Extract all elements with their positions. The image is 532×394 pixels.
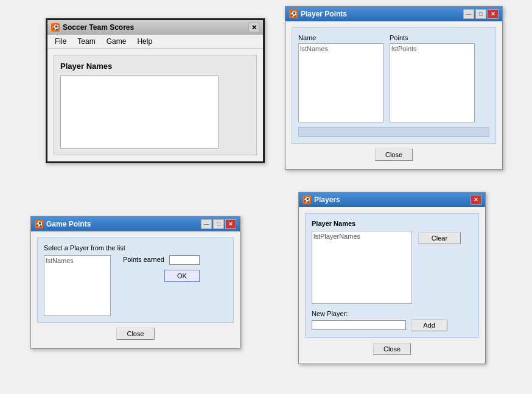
- player-points-window: ⚽ Player Points — □ ✕ Name lstNames Poin…: [285, 6, 503, 170]
- main-content: Player Names: [47, 49, 263, 161]
- soccer-team-scores-window: ⚽ Soccer Team Scores ✕ File Team Game He…: [46, 18, 265, 163]
- game-points-title-bar: ⚽ Game Points — □ ✕: [31, 217, 240, 231]
- player-names-listbox-main[interactable]: lstPlayerNames: [312, 231, 412, 304]
- new-player-label: New Player:: [312, 310, 472, 317]
- names-listbox-label: lstNames: [300, 45, 382, 52]
- main-title-buttons: ✕: [248, 23, 259, 32]
- names-listbox[interactable]: lstNames: [298, 43, 383, 122]
- players-window: ⚽ Players ✕ Player Names lstPlayerNames …: [298, 192, 486, 364]
- player-points-maximize-button[interactable]: □: [475, 9, 486, 19]
- points-column: Points lstPoints: [390, 34, 475, 122]
- new-player-row: Add: [312, 319, 472, 331]
- points-column-label: Points: [390, 34, 475, 41]
- player-points-close-button[interactable]: Close: [375, 149, 413, 161]
- game-names-listbox-label: lstNames: [46, 257, 109, 264]
- menu-team[interactable]: Team: [72, 36, 100, 47]
- game-points-title-left: ⚽ Game Points: [35, 220, 91, 228]
- game-points-content: Select a Player from the list lstNames P…: [31, 231, 240, 348]
- player-points-title-bar: ⚽ Player Points — □ ✕: [285, 7, 502, 21]
- main-title-bar: ⚽ Soccer Team Scores ✕: [47, 20, 263, 35]
- points-earned-section: Points earned OK: [123, 255, 200, 282]
- points-listbox-label: lstPoints: [391, 45, 473, 52]
- players-title: Players: [314, 195, 340, 204]
- new-player-section: New Player: Add: [312, 310, 472, 331]
- main-close-button[interactable]: ✕: [248, 23, 259, 32]
- menu-file[interactable]: File: [50, 36, 71, 47]
- players-icon: ⚽: [303, 195, 311, 204]
- game-points-icon: ⚽: [35, 220, 43, 228]
- add-button[interactable]: Add: [411, 319, 447, 331]
- game-names-listbox[interactable]: lstNames: [44, 255, 111, 316]
- points-earned-input[interactable]: [169, 255, 200, 265]
- main-window-title: Soccer Team Scores: [63, 23, 134, 32]
- points-earned-label: Points earned: [123, 256, 164, 263]
- player-points-minimize-button[interactable]: —: [463, 9, 474, 19]
- players-title-buttons: ✕: [471, 195, 481, 205]
- player-points-title-left: ⚽ Player Points: [289, 10, 347, 18]
- game-points-close-btn[interactable]: Close: [116, 328, 154, 340]
- menu-help[interactable]: Help: [132, 36, 157, 47]
- ok-button[interactable]: OK: [164, 270, 200, 282]
- name-column: Name lstNames: [298, 34, 383, 122]
- clear-button[interactable]: Clear: [418, 232, 461, 244]
- game-points-title-buttons: — □ ✕: [201, 219, 236, 229]
- points-earned-row: Points earned: [123, 255, 200, 265]
- game-points-title: Game Points: [46, 220, 91, 228]
- player-names-label: Player Names: [60, 62, 250, 71]
- main-window-icon: ⚽: [51, 23, 60, 32]
- players-close-button[interactable]: Close: [373, 343, 411, 355]
- game-points-close-button[interactable]: ✕: [225, 219, 236, 229]
- players-title-bar: ⚽ Players ✕: [299, 192, 485, 207]
- player-names-listbox-text: lstPlayerNames: [313, 233, 410, 240]
- game-points-minimize-button[interactable]: —: [201, 219, 212, 229]
- players-close-x-button[interactable]: ✕: [471, 195, 481, 205]
- main-menu-bar: File Team Game Help: [47, 35, 263, 49]
- players-section-label: Player Names: [312, 220, 472, 227]
- player-points-icon: ⚽: [289, 10, 298, 18]
- points-listbox[interactable]: lstPoints: [390, 43, 475, 122]
- select-player-label: Select a Player from the list: [44, 244, 227, 252]
- player-points-title-buttons: — □ ✕: [463, 9, 499, 19]
- game-points-window: ⚽ Game Points — □ ✕ Select a Player from…: [30, 216, 240, 349]
- game-names-listbox-container: lstNames: [44, 255, 111, 316]
- title-bar-left: ⚽ Soccer Team Scores: [51, 23, 134, 32]
- game-points-maximize-button[interactable]: □: [213, 219, 224, 229]
- player-points-title: Player Points: [301, 10, 347, 18]
- name-column-label: Name: [298, 34, 383, 41]
- player-points-content: Name lstNames Points lstPoints Close: [285, 21, 502, 169]
- new-player-input[interactable]: [312, 320, 406, 330]
- player-points-columns: Name lstNames Points lstPoints: [298, 34, 489, 122]
- player-points-close-button[interactable]: ✕: [488, 9, 499, 19]
- player-names-listbox[interactable]: [60, 76, 219, 149]
- players-title-left: ⚽ Players: [303, 195, 340, 204]
- players-content: Player Names lstPlayerNames Clear New Pl…: [299, 207, 485, 364]
- menu-game[interactable]: Game: [102, 36, 131, 47]
